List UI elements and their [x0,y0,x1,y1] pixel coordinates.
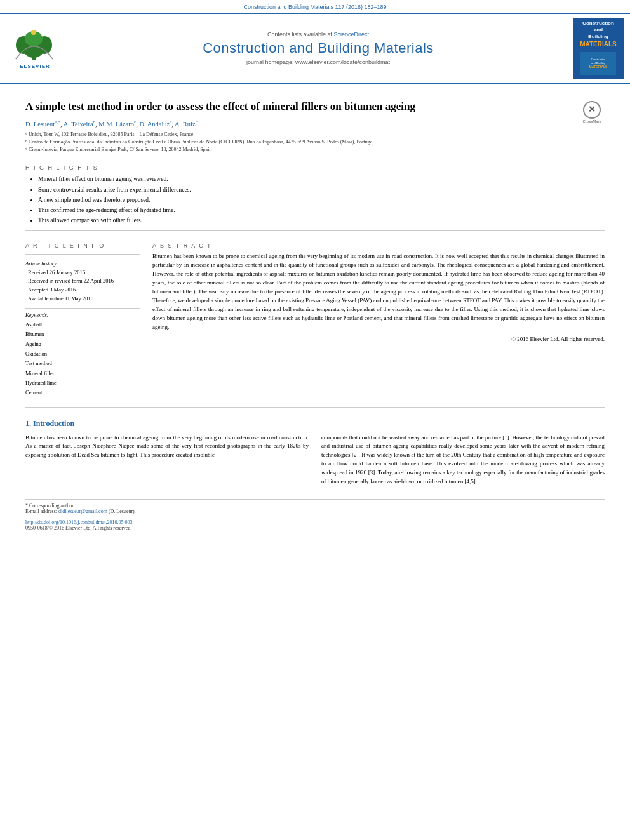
keyword-item: Mineral filler [25,369,140,378]
keyword-item: Oxidation [25,349,140,359]
sciencedirect-line: Contents lists available at ScienceDirec… [70,31,566,37]
svg-point-5 [31,30,36,35]
logo-right-materials: MATERIALS [580,40,617,48]
journal-logo-right: Construction and Building MATERIALS Cons… [573,18,624,79]
author1-name: D. Lesueur [25,120,55,127]
crossmark-badge: ✕ CrossMark [579,99,605,124]
journal-title-block: Contents lists available at ScienceDirec… [70,31,566,65]
abstract-text: Bitumen has been known to be prone to ch… [152,252,605,331]
divider-2 [25,230,605,231]
author4-sup: c [170,119,171,124]
divider-3 [25,407,605,408]
elsevier-wordmark: ELSEVIER [20,63,50,69]
introduction-title: 1. Introduction [25,419,605,429]
corresponding-author-note: * Corresponding author. [25,503,605,509]
affiliation-c: ᶜ Ciesm-Intevia, Parque Empresarial Bara… [25,146,605,154]
intro-col-left: Bitumen has been known to be prone to ch… [25,434,309,487]
keywords-label: Keywords: [25,312,140,318]
logo-right-line1: Construction [580,20,617,27]
highlight-item: Some controversial results arise from ex… [38,185,605,195]
journal-header: ELSEVIER Contents lists available at Sci… [0,13,630,84]
section-title: Introduction [33,419,74,428]
highlight-item: This confirmed the age-reducing effect o… [38,205,605,215]
highlight-item: A new simple method was therefore propos… [38,195,605,205]
journal-homepage: journal homepage: www.elsevier.com/locat… [70,59,566,65]
elsevier-logo: ELSEVIER [6,27,64,69]
keywords-block: Keywords: Asphalt Bitumen Ageing Oxidati… [25,308,140,397]
author2-name: A. Teixeira [64,120,93,127]
divider-info [25,254,140,255]
divider-1 [25,159,605,159]
svg-text:Construction: Construction [591,58,605,61]
article-title-block: A simple test method in order to assess … [25,99,605,114]
abstract-column: A B S T R A C T Bitumen has been known t… [152,237,605,397]
crossmark-circle: ✕ [583,101,601,119]
info-abstract-block: A R T I C L E I N F O Article history: R… [25,237,605,397]
section-number: 1. [25,419,31,428]
article-info-column: A R T I C L E I N F O Article history: R… [25,237,140,397]
author3-name: M.M. Lázaro [98,120,134,127]
author4-name: D. Andaluz [139,120,170,127]
author5-sup: c [196,119,198,124]
logo-right-line3: Building [580,34,617,40]
author2-sup: b [93,119,96,124]
keywords-list: Asphalt Bitumen Ageing Oxidation Test me… [25,320,140,397]
keyword-item: Cement [25,388,140,397]
keyword-item: Test method [25,359,140,368]
issn-line: 0950-0618/© 2016 Elsevier Ltd. All right… [25,525,605,531]
email-note: E-mail address: didilesueur@gmail.com (D… [25,509,605,514]
affiliations-block: ᵃ Unisit, Tour W, 102 Terrasse Boieldieu… [25,131,605,154]
author3-sup: c [134,119,136,124]
highlight-item: This allowed comparison with other fille… [38,215,605,225]
highlights-section: H I G H L I G H T S Mineral filler effec… [25,164,605,225]
keyword-item: Bitumen [25,330,140,339]
accepted-date: Accepted 3 May 2016 [28,286,140,295]
logo-right-line2: and [580,27,617,33]
journal-reference: Construction and Building Materials 117 … [0,0,630,13]
keyword-item: Asphalt [25,320,140,330]
sciencedirect-link[interactable]: ScienceDirect [334,31,370,37]
keyword-item: Hydrated lime [25,378,140,388]
keyword-item: Ageing [25,340,140,349]
article-title: A simple test method in order to assess … [25,99,605,114]
highlight-item: Mineral filler effect on bitumen ageing … [38,174,605,184]
received-date: Received 26 January 2016 [28,269,140,277]
highlights-list: Mineral filler effect on bitumen ageing … [25,174,605,225]
affiliation-b: ᵇ Centro de Formação Profissional da Ind… [25,138,605,146]
crossmark-label: CrossMark [582,119,601,123]
authors-line: D. Lesueura,*, A. Teixeirab, M.M. Lázaro… [25,119,605,128]
email-person: (D. Lesueur). [109,509,136,514]
highlights-label: H I G H L I G H T S [25,164,605,171]
crossmark-icon: ✕ [588,104,596,115]
email-label: E-mail address: [25,509,57,514]
intro-col-right: compounds that could not be washed away … [321,434,605,487]
corresponding-label: * Corresponding author. [25,503,75,509]
introduction-section: 1. Introduction Bitumen has been known t… [25,419,605,487]
abstract-label: A B S T R A C T [152,243,605,249]
history-label: Article history: [25,260,140,269]
abstract-copyright: © 2016 Elsevier Ltd. All rights reserved… [152,336,605,342]
article-info-label: A R T I C L E I N F O [25,243,140,249]
affiliation-a: ᵃ Unisit, Tour W, 102 Terrasse Boieldieu… [25,131,605,138]
footer-block: * Corresponding author. E-mail address: … [25,499,605,531]
author5-name: A. Ruiz [175,120,196,127]
introduction-text-cols: Bitumen has been known to be prone to ch… [25,434,605,487]
svg-text:MATERIALS: MATERIALS [589,65,608,69]
main-content: A simple test method in order to assess … [0,84,630,537]
email-link[interactable]: didilesueur@gmail.com [58,509,107,514]
revised-date: Received in revised form 22 April 2016 [28,277,140,286]
journal-title: Construction and Building Materials [70,40,566,57]
author1-sup: a,* [55,119,60,124]
article-history: Article history: Received 26 January 201… [25,260,140,303]
doi-block: http://dx.doi.org/10.1016/j.conbuildmat.… [25,518,605,525]
doi-link[interactable]: http://dx.doi.org/10.1016/j.conbuildmat.… [25,519,133,525]
available-date: Available online 11 May 2016 [28,295,140,303]
